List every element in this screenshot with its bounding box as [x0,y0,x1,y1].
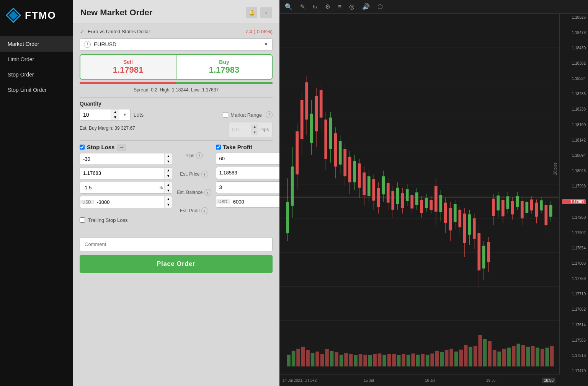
current-time-badge: 18:58 [542,378,555,383]
tp-price-input[interactable] [216,168,279,178]
svg-rect-126 [416,355,420,366]
svg-rect-172 [530,199,533,210]
take-profit-checkbox[interactable] [216,145,221,150]
price-tick-9: 1.18094 [562,153,586,158]
sidebar-item-limit-order[interactable]: Limit Order [0,52,73,67]
sidebar-item-stop-order[interactable]: Stop Order [0,67,73,82]
svg-rect-36 [339,141,342,164]
range-spinner: ▲ ▼ [251,124,258,135]
svg-rect-105 [315,352,319,366]
chart-list-button[interactable]: ≡ [336,3,343,11]
svg-rect-143 [497,352,501,366]
market-range-checkbox[interactable] [223,112,228,117]
range-down-button[interactable]: ▼ [252,130,258,135]
svg-rect-24 [310,114,313,143]
sl-pct-input[interactable] [80,183,157,192]
svg-rect-62 [401,193,404,208]
trailing-stop-checkbox[interactable] [80,217,85,223]
sl-usd-input[interactable] [94,197,164,207]
sl-pips-up[interactable]: ▲ [165,153,172,159]
svg-rect-60 [396,188,399,204]
quantity-down-button[interactable]: ▼ [111,115,119,120]
est-price-info-icon[interactable]: i [201,171,208,178]
quantity-up-button[interactable]: ▲ [111,109,119,115]
bell-button[interactable]: 🔔 [246,7,257,18]
comment-input[interactable] [80,237,273,251]
svg-rect-56 [387,183,390,202]
svg-rect-112 [349,354,353,366]
place-order-button[interactable]: Place Order [80,255,273,273]
pair-full-name: Euro vs United States Dollar [88,29,150,34]
est-balance-mid-label: Est. Balance [177,190,203,195]
chart-sound-button[interactable]: 🔊 [361,2,371,11]
quantity-input-wrap: ▲ ▼ ▼ [80,109,131,121]
tp-usd-input[interactable] [230,197,279,207]
sl-price-input[interactable] [80,168,164,178]
svg-rect-106 [320,354,324,366]
svg-rect-134 [454,352,458,366]
tp-pips-input[interactable] [216,154,279,163]
chart-search-button[interactable]: 🔍 [283,2,294,11]
chart-social-button[interactable]: ◎ [348,2,356,11]
price-tick-13: 1.17902 [562,231,586,235]
chart-canvas-wrap: 1.18526 1.18478 1.18430 1.18382 1.18334 … [279,14,588,386]
svg-rect-138 [474,346,477,366]
buy-button[interactable]: Buy 1.17983 [176,55,272,79]
svg-rect-135 [459,350,463,366]
sidebar-item-market-order[interactable]: Market Order [0,36,73,52]
svg-rect-34 [334,133,337,166]
pips-info-icon[interactable]: i [196,152,203,159]
svg-rect-50 [372,179,375,200]
stop-loss-arrow-button[interactable]: → [117,144,126,151]
back-button[interactable]: ‹ [260,7,272,18]
svg-rect-46 [363,173,366,195]
quantity-input[interactable] [80,109,111,120]
sl-pct-row: % ▲ ▼ [80,182,172,194]
svg-rect-136 [464,345,468,366]
ftmo-logo-icon [6,8,21,23]
sl-usd-down[interactable]: ▼ [165,202,172,208]
price-tick-5: 1.18286 [562,92,586,96]
chart-indicator-button[interactable]: ⚙ [323,2,332,11]
est-profit-info-icon[interactable]: i [201,207,208,214]
sl-usd-up[interactable]: ▲ [165,196,172,202]
est-profit-mid-label: Est. Profit [180,208,200,213]
sell-label: Sell [82,59,174,65]
range-up-button[interactable]: ▲ [252,124,258,130]
symbol-dropdown-icon[interactable]: ▼ [264,42,268,47]
spread-bar-sell [80,82,176,84]
range-input[interactable] [232,127,251,132]
market-range-info-icon[interactable]: i [266,111,273,118]
sell-button[interactable]: Sell 1.17981 [80,55,176,79]
chart-crosshair-button[interactable]: ✎ [299,2,307,11]
chart-layers-button[interactable]: ⬡ [376,2,384,11]
spread-bar-buy [176,82,273,84]
tp-price-row: ▲ ▼ [216,167,279,179]
sl-pct-down[interactable]: ▼ [165,188,172,194]
est-balance-info-icon[interactable]: i [204,189,211,196]
svg-rect-42 [353,161,356,182]
chart-timeframe-button[interactable]: h₁ [311,3,319,10]
back-icon: ‹ [265,10,267,16]
quantity-spinner: ▲ ▼ [111,109,119,120]
candlestick-chart [279,14,559,386]
svg-rect-88 [463,213,466,243]
sl-pct-spinner: ▲ ▼ [164,182,172,194]
time-tick-3: 19 Jul [486,378,497,383]
svg-rect-64 [406,189,409,201]
pair-info: ✓ Euro vs United States Dollar -7.4 (-0.… [80,28,273,35]
sl-price-up[interactable]: ▲ [165,168,172,173]
sidebar-item-stop-limit-order[interactable]: Stop Limit Order [0,82,73,98]
svg-rect-52 [377,188,380,207]
stop-loss-checkbox[interactable] [80,145,85,150]
sl-pips-down[interactable]: ▼ [165,159,172,164]
trailing-stop-label: Trailing Stop Loss [88,217,128,223]
sl-price-down[interactable]: ▼ [165,173,172,179]
sl-pips-input[interactable] [80,154,164,164]
lots-label: Lots [134,112,144,118]
svg-rect-110 [340,355,343,366]
sl-pct-up[interactable]: ▲ [165,182,172,188]
lots-dropdown-icon[interactable]: ▼ [119,112,130,117]
symbol-input[interactable] [94,41,261,47]
tp-pct-input[interactable] [216,182,279,192]
